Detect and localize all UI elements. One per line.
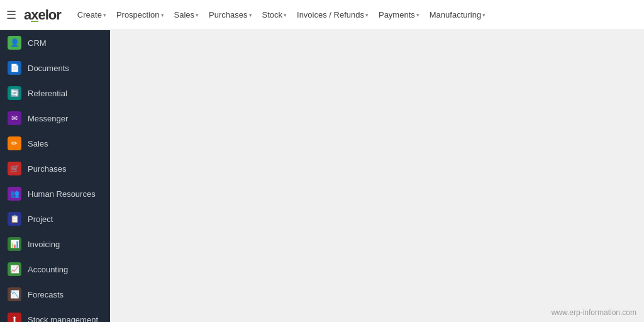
nav-arrow-icon: ▾ [416, 12, 419, 18]
sidebar: 👤 CRM 📄 Documents 🔄 Referential ✉ Messen… [0, 30, 110, 322]
sidebar-icon-purchases: 🛒 [8, 162, 21, 175]
sidebar-item-forecasts[interactable]: 📉 Forecasts [0, 282, 110, 307]
watermark: www.erp-information.com [552, 308, 636, 317]
sidebar-icon-invoicing: 📊 [8, 237, 21, 251]
nav-arrow-icon: ▾ [365, 12, 369, 18]
sidebar-item-messenger[interactable]: ✉ Messenger [0, 106, 110, 131]
sidebar-item-purchases[interactable]: 🛒 Purchases [0, 156, 110, 181]
sidebar-label: CRM [28, 38, 47, 48]
hamburger-icon[interactable]: ☰ [6, 8, 16, 22]
content-area [110, 30, 644, 322]
nav-item-manufacturing[interactable]: Manufacturing▾ [426, 8, 489, 22]
nav-item-prospection[interactable]: Prospection▾ [113, 8, 168, 22]
nav-arrow-icon: ▾ [284, 12, 287, 18]
logo-text: axelor [24, 7, 61, 23]
nav-item-invoices-/-refunds[interactable]: Invoices / Refunds▾ [293, 8, 372, 22]
sidebar-label: Documents [28, 64, 69, 73]
nav-arrow-icon: ▾ [196, 12, 199, 18]
topbar: ☰ axelor Create▾Prospection▾Sales▾Purcha… [0, 0, 644, 30]
sidebar-icon-accounting: 📈 [8, 262, 21, 276]
nav-item-payments[interactable]: Payments▾ [375, 8, 423, 22]
sidebar-icon-crm: 👤 [8, 36, 21, 50]
sidebar-item-referential[interactable]: 🔄 Referential [0, 80, 110, 106]
nav-item-create[interactable]: Create▾ [74, 8, 110, 22]
sidebar-icon-referential: 🔄 [8, 86, 21, 100]
sidebar-item-invoicing[interactable]: 📊 Invoicing [0, 231, 110, 257]
main-layout: 👤 CRM 📄 Documents 🔄 Referential ✉ Messen… [0, 30, 644, 322]
sidebar-item-human-resources[interactable]: 👥 Human Resources [0, 181, 110, 206]
sidebar-item-project[interactable]: 📋 Project [0, 206, 110, 231]
sidebar-item-sales[interactable]: ✏ Sales [0, 131, 110, 156]
nav-item-stock[interactable]: Stock▾ [258, 8, 291, 22]
nav-arrow-icon: ▾ [249, 12, 252, 18]
nav-item-purchases[interactable]: Purchases▾ [205, 8, 255, 22]
nav-arrow-icon: ▾ [103, 12, 106, 18]
sidebar-label: Purchases [28, 164, 66, 174]
sidebar-icon-project: 📋 [8, 212, 21, 226]
sidebar-icon-documents: 📄 [8, 61, 21, 75]
sidebar-item-documents[interactable]: 📄 Documents [0, 55, 110, 80]
sidebar-label: Sales [28, 139, 48, 148]
sidebar-label: Forecasts [28, 290, 64, 299]
nav-arrow-icon: ▾ [482, 12, 486, 18]
sidebar-icon-human-resources: 👥 [8, 187, 21, 201]
sidebar-item-stock-management[interactable]: ⬆ Stock management [0, 307, 110, 322]
sidebar-icon-forecasts: 📉 [8, 287, 21, 301]
sidebar-label: Project [28, 214, 53, 224]
sidebar-label: Messenger [28, 114, 68, 123]
sidebar-label: Invoicing [28, 240, 60, 249]
sidebar-item-accounting[interactable]: 📈 Accounting [0, 257, 110, 282]
sidebar-icon-messenger: ✉ [8, 111, 21, 125]
nav-arrow-icon: ▾ [161, 12, 164, 18]
logo[interactable]: axelor [24, 7, 61, 23]
nav-menu: Create▾Prospection▾Sales▾Purchases▾Stock… [74, 8, 638, 22]
sidebar-item-crm[interactable]: 👤 CRM [0, 30, 110, 55]
nav-item-sales[interactable]: Sales▾ [170, 8, 203, 22]
sidebar-label: Stock management [28, 315, 98, 323]
sidebar-label: Referential [28, 89, 67, 98]
sidebar-label: Accounting [28, 265, 68, 274]
sidebar-icon-sales: ✏ [8, 136, 21, 150]
sidebar-label: Human Resources [28, 189, 96, 199]
sidebar-icon-stock-management: ⬆ [8, 313, 21, 322]
